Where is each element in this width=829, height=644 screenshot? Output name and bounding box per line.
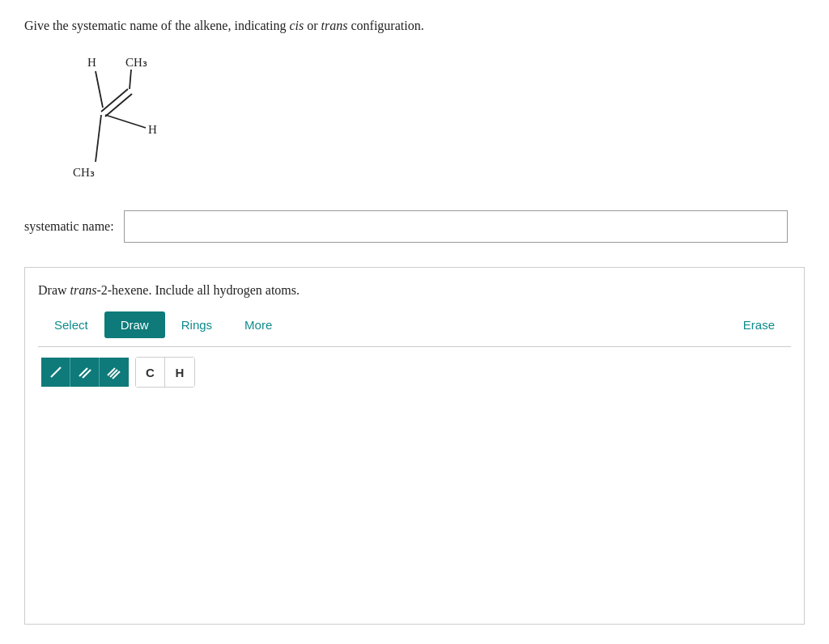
- question1-text: Give the systematic name of the alkene, …: [24, 16, 805, 36]
- draw-canvas[interactable]: [38, 397, 791, 608]
- draw-button[interactable]: Draw: [104, 311, 165, 338]
- atom-tools: C H: [135, 357, 195, 388]
- molecule-diagram: H CH₃ H CH₃: [57, 49, 186, 194]
- double-bond-icon: [78, 365, 92, 379]
- svg-line-4: [96, 71, 103, 108]
- erase-button[interactable]: Erase: [727, 311, 791, 338]
- molecule-svg: H CH₃ H CH₃: [57, 49, 186, 194]
- svg-line-5: [130, 70, 131, 89]
- bond-tools: [41, 358, 129, 387]
- more-button[interactable]: More: [228, 311, 288, 338]
- carbon-button[interactable]: C: [136, 358, 165, 387]
- triple-bond-icon: [107, 365, 121, 379]
- select-button[interactable]: Select: [38, 311, 104, 338]
- single-bond-icon: [49, 365, 63, 379]
- systematic-name-label: systematic name:: [24, 219, 114, 234]
- svg-line-9: [96, 115, 101, 162]
- svg-text:H: H: [87, 56, 96, 69]
- svg-line-7: [105, 115, 146, 128]
- systematic-name-row: systematic name:: [24, 210, 805, 243]
- draw-question: Draw trans-2-hexene. Include all hydroge…: [38, 281, 791, 300]
- single-bond-button[interactable]: [41, 358, 70, 387]
- triple-bond-button[interactable]: [100, 358, 129, 387]
- svg-text:H: H: [148, 123, 157, 136]
- draw-section: Draw trans-2-hexene. Include all hydroge…: [24, 267, 805, 625]
- svg-text:CH₃: CH₃: [73, 166, 95, 179]
- hydrogen-button[interactable]: H: [165, 358, 194, 387]
- double-bond-button[interactable]: [70, 358, 100, 387]
- svg-text:CH₃: CH₃: [125, 56, 147, 69]
- svg-line-10: [51, 367, 61, 377]
- draw-toolbar: Select Draw Rings More Erase: [38, 311, 791, 347]
- systematic-name-input[interactable]: [124, 210, 788, 243]
- rings-button[interactable]: Rings: [165, 311, 228, 338]
